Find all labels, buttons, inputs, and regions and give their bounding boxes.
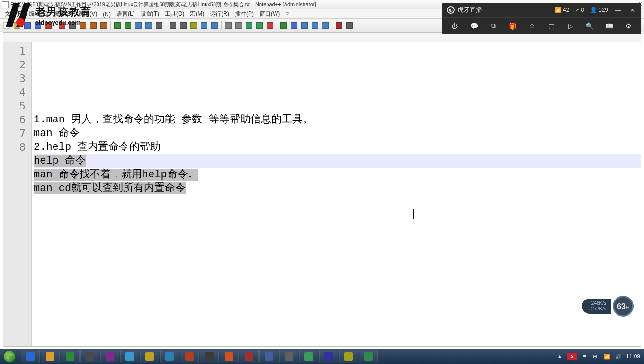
menu-view[interactable]: 视图(V) (75, 9, 100, 19)
taskbar-app-17[interactable] (359, 350, 378, 363)
tray-chevron-up-icon[interactable]: ▲ (556, 353, 564, 360)
menu-search[interactable]: 搜索(S) (51, 9, 75, 19)
network-speed-widget[interactable]: 248K/s 277K/s 63% (582, 296, 634, 317)
taskbar-app-8[interactable] (180, 350, 199, 363)
menu-encoding[interactable]: (N) (100, 10, 114, 18)
start-button[interactable] (0, 349, 19, 364)
menu-macro[interactable]: 宏(M) (187, 9, 207, 19)
menu-plugins[interactable]: 插件(P) (232, 9, 257, 19)
save-all-icon[interactable] (33, 21, 43, 30)
menu-run[interactable]: 运行(R) (207, 9, 232, 19)
taskbar-app-1[interactable] (41, 350, 60, 363)
indent-icon (201, 22, 207, 29)
taskbar-app-6[interactable] (140, 350, 159, 363)
prev-bm-icon[interactable] (321, 21, 330, 30)
code-line[interactable]: man 命令找不着，就用help命令。 (34, 168, 641, 182)
app-icon (26, 352, 35, 361)
text-editor[interactable]: 12345678 1.man 男人，查找命令的功能 参数 等等帮助信息的工具。m… (3, 42, 641, 346)
code-area[interactable]: 1.man 男人，查找命令的功能 参数 等等帮助信息的工具。man 命令2.he… (32, 42, 641, 346)
code-line[interactable]: help 命令 (34, 154, 641, 168)
find-icon[interactable] (134, 21, 143, 30)
taskbar-app-16[interactable] (339, 350, 358, 363)
gift-icon[interactable]: 🎁 (508, 21, 518, 31)
new-file-icon[interactable] (2, 21, 11, 30)
copy-icon[interactable] (89, 21, 98, 30)
taskbar-app-4[interactable] (100, 350, 119, 363)
print-icon[interactable] (68, 21, 77, 30)
record-icon[interactable] (265, 21, 275, 30)
unfold-icon[interactable] (234, 21, 243, 30)
code-line[interactable]: man cd就可以查到所有内置命令 (34, 182, 641, 195)
paste-icon[interactable] (99, 21, 108, 30)
taskbar-app-10[interactable] (220, 350, 239, 363)
taskbar-app-11[interactable] (240, 350, 259, 363)
editor-tabs-bar[interactable] (3, 33, 641, 42)
taskbar-clock[interactable]: 11:09 (626, 353, 640, 360)
search-icon[interactable]: 🔍 (585, 21, 595, 31)
menu-help[interactable]: ? (283, 10, 292, 18)
sogou-ime-icon[interactable]: S (567, 353, 577, 360)
taskbar-app-3[interactable] (80, 350, 99, 363)
code-line[interactable] (34, 85, 641, 99)
zoom-out-icon[interactable] (168, 21, 178, 30)
spell-icon[interactable] (334, 21, 344, 30)
menu-tools[interactable]: 工具(O) (162, 9, 187, 19)
comment-icon[interactable] (244, 21, 254, 30)
cut-icon[interactable] (78, 21, 88, 30)
open-icon[interactable] (12, 21, 22, 30)
taskbar-app-14[interactable] (299, 350, 318, 363)
screen-icon[interactable]: ⧉ (488, 21, 499, 31)
taskbar-app-12[interactable] (259, 350, 278, 363)
taskbar-app-7[interactable] (160, 350, 179, 363)
chat-icon[interactable]: 💬 (469, 21, 479, 31)
stream-minimize-button[interactable]: — (614, 6, 622, 14)
undo-icon[interactable] (113, 21, 122, 30)
play-icon[interactable]: ▷ (565, 21, 576, 31)
app-icon (304, 352, 313, 361)
tray-flag-icon[interactable]: ⚑ (581, 353, 588, 360)
nosignal-icon[interactable]: ⦸ (527, 21, 537, 31)
book-icon[interactable]: 📖 (604, 21, 615, 31)
window-icon[interactable]: ▢ (546, 21, 556, 31)
save-icon[interactable] (23, 21, 32, 30)
indent-icon[interactable] (199, 21, 209, 30)
code-line[interactable]: 2.help 查内置命令的帮助 (34, 140, 641, 154)
close-all-icon[interactable] (57, 21, 67, 30)
power-icon[interactable]: ⏻ (449, 21, 460, 31)
taskbar-app-9[interactable] (200, 350, 219, 363)
close-icon[interactable] (44, 21, 53, 30)
play-macro-icon[interactable] (279, 21, 288, 30)
stream-close-button[interactable]: ✕ (628, 6, 636, 14)
menu-settings[interactable]: 设置(T) (138, 9, 162, 19)
menu-language[interactable]: 语言(L) (114, 9, 138, 19)
outdent-icon[interactable] (210, 21, 219, 30)
code-line[interactable]: 1.man 男人，查找命令的功能 参数 等等帮助信息的工具。 (34, 113, 641, 127)
system-tray: ▲ S ⚑ ⛨ 📶 🔊 11:09 (556, 353, 644, 360)
tray-network-icon[interactable]: 📶 (603, 353, 611, 360)
menu-file[interactable]: 文件(F) (2, 9, 26, 19)
menu-edit[interactable]: 编辑(E) (26, 9, 51, 19)
fold-icon[interactable] (224, 21, 233, 30)
menu-window[interactable]: 窗口(W) (257, 9, 283, 19)
replace-icon[interactable] (144, 21, 153, 30)
uncomment-icon[interactable] (255, 21, 264, 30)
show-all-icon[interactable] (189, 21, 198, 30)
bookmark-icon[interactable] (300, 21, 309, 30)
redo-icon[interactable] (123, 21, 133, 30)
settings-icon[interactable]: ⚙ (624, 21, 634, 31)
taskbar-app-13[interactable] (279, 350, 298, 363)
taskbar-app-2[interactable] (61, 350, 80, 363)
next-bm-icon[interactable] (310, 21, 320, 30)
taskbar-app-15[interactable] (319, 350, 338, 363)
zoom-in-icon[interactable] (154, 21, 164, 30)
tray-shield-icon[interactable]: ⛨ (592, 353, 599, 360)
code-line[interactable]: man 命令 (34, 127, 641, 140)
doc-map-icon[interactable] (345, 21, 354, 30)
run-icon[interactable] (289, 21, 299, 30)
taskbar-app-0[interactable] (21, 350, 40, 363)
taskbar-app-5[interactable] (120, 350, 139, 363)
wrap-icon[interactable] (179, 21, 188, 30)
line-number: 1 (3, 44, 26, 58)
tray-volume-icon[interactable]: 🔊 (615, 353, 622, 360)
code-line[interactable] (34, 99, 641, 113)
